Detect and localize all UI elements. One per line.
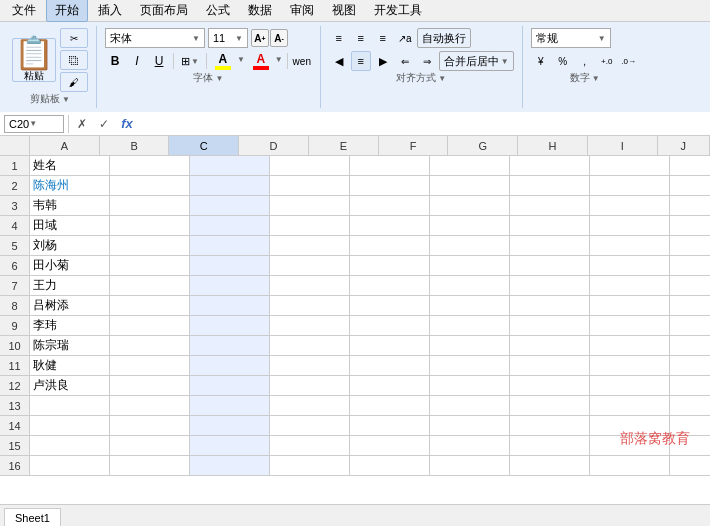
cell[interactable]: [350, 236, 430, 256]
cell[interactable]: [110, 336, 190, 356]
font-increase-button[interactable]: A+: [251, 29, 269, 47]
cell[interactable]: [430, 236, 510, 256]
col-header-J[interactable]: J: [658, 136, 710, 156]
cell[interactable]: [350, 256, 430, 276]
cell[interactable]: [190, 156, 270, 176]
fill-color-dropdown-icon[interactable]: ▼: [237, 55, 245, 64]
cell[interactable]: [590, 236, 670, 256]
cell[interactable]: [430, 296, 510, 316]
cell[interactable]: [510, 276, 590, 296]
cell[interactable]: [670, 436, 710, 456]
font-size-dropdown-icon[interactable]: ▼: [235, 34, 243, 43]
cell[interactable]: [270, 356, 350, 376]
cell[interactable]: [30, 436, 110, 456]
align-right-button[interactable]: ▶: [373, 51, 393, 71]
cell[interactable]: [190, 176, 270, 196]
col-header-H[interactable]: H: [518, 136, 588, 156]
cell[interactable]: [350, 276, 430, 296]
cell[interactable]: [350, 336, 430, 356]
cell[interactable]: [670, 456, 710, 476]
cell[interactable]: [430, 376, 510, 396]
cell[interactable]: [350, 196, 430, 216]
indent-increase-button[interactable]: ⇒: [417, 51, 437, 71]
text-rotate-button[interactable]: ↗a: [395, 28, 415, 48]
col-header-C[interactable]: C: [169, 136, 239, 156]
cell[interactable]: [430, 196, 510, 216]
cell[interactable]: [510, 176, 590, 196]
cell[interactable]: [350, 216, 430, 236]
cell[interactable]: 田小菊: [30, 256, 110, 276]
align-top-right-button[interactable]: ≡: [373, 28, 393, 48]
cell[interactable]: [270, 396, 350, 416]
cell[interactable]: [670, 316, 710, 336]
cell[interactable]: [110, 356, 190, 376]
cell[interactable]: [190, 336, 270, 356]
cell[interactable]: [270, 156, 350, 176]
cell[interactable]: [270, 196, 350, 216]
paste-button[interactable]: 📋 粘贴: [12, 38, 56, 82]
decimal-decrease-button[interactable]: .0→: [619, 51, 639, 71]
cell[interactable]: [590, 196, 670, 216]
align-center-button[interactable]: ≡: [351, 51, 371, 71]
cell[interactable]: [190, 316, 270, 336]
cell[interactable]: [430, 336, 510, 356]
cell[interactable]: [190, 456, 270, 476]
number-format-dropdown-icon[interactable]: ▼: [598, 34, 606, 43]
cell[interactable]: [350, 316, 430, 336]
menu-insert[interactable]: 插入: [90, 0, 130, 21]
cut-button[interactable]: ✂: [60, 28, 88, 48]
cell[interactable]: [670, 276, 710, 296]
cell[interactable]: [590, 336, 670, 356]
cell[interactable]: 陈海州: [30, 176, 110, 196]
cell[interactable]: [670, 396, 710, 416]
cell[interactable]: [350, 416, 430, 436]
cell[interactable]: [510, 396, 590, 416]
menu-formula[interactable]: 公式: [198, 0, 238, 21]
cell[interactable]: [510, 196, 590, 216]
cell[interactable]: [270, 336, 350, 356]
percent-button[interactable]: %: [553, 51, 573, 71]
cell[interactable]: [350, 296, 430, 316]
cell[interactable]: [670, 176, 710, 196]
cell[interactable]: [510, 236, 590, 256]
fill-color-button[interactable]: A: [211, 51, 235, 71]
cell[interactable]: [190, 376, 270, 396]
cell[interactable]: [430, 416, 510, 436]
cell[interactable]: [670, 296, 710, 316]
cell[interactable]: [110, 236, 190, 256]
cell[interactable]: [670, 376, 710, 396]
cell[interactable]: [590, 296, 670, 316]
cell[interactable]: [590, 316, 670, 336]
cell[interactable]: [190, 196, 270, 216]
cell[interactable]: [510, 416, 590, 436]
cell[interactable]: [430, 276, 510, 296]
menu-data[interactable]: 数据: [240, 0, 280, 21]
cell[interactable]: [350, 356, 430, 376]
cell[interactable]: [590, 396, 670, 416]
cell[interactable]: [190, 296, 270, 316]
cell[interactable]: [590, 376, 670, 396]
cell[interactable]: [590, 216, 670, 236]
merge-dropdown-icon[interactable]: ▼: [501, 57, 509, 66]
cell[interactable]: [430, 316, 510, 336]
cell[interactable]: [590, 256, 670, 276]
align-top-left-button[interactable]: ≡: [329, 28, 349, 48]
cell[interactable]: [190, 256, 270, 276]
cell[interactable]: [110, 176, 190, 196]
cell[interactable]: [350, 176, 430, 196]
comma-button[interactable]: ,: [575, 51, 595, 71]
cell[interactable]: [510, 456, 590, 476]
col-header-B[interactable]: B: [100, 136, 170, 156]
cell[interactable]: [590, 176, 670, 196]
menu-home[interactable]: 开始: [46, 0, 88, 22]
cell[interactable]: [350, 436, 430, 456]
formula-input[interactable]: [141, 115, 706, 133]
cell[interactable]: 韦韩: [30, 196, 110, 216]
number-format-selector[interactable]: 常规 ▼: [531, 28, 611, 48]
phonetic-button[interactable]: wen: [292, 51, 312, 71]
font-name-selector[interactable]: 宋体 ▼: [105, 28, 205, 48]
cell[interactable]: [190, 436, 270, 456]
cell[interactable]: [270, 316, 350, 336]
cell[interactable]: [430, 156, 510, 176]
cell[interactable]: [110, 216, 190, 236]
